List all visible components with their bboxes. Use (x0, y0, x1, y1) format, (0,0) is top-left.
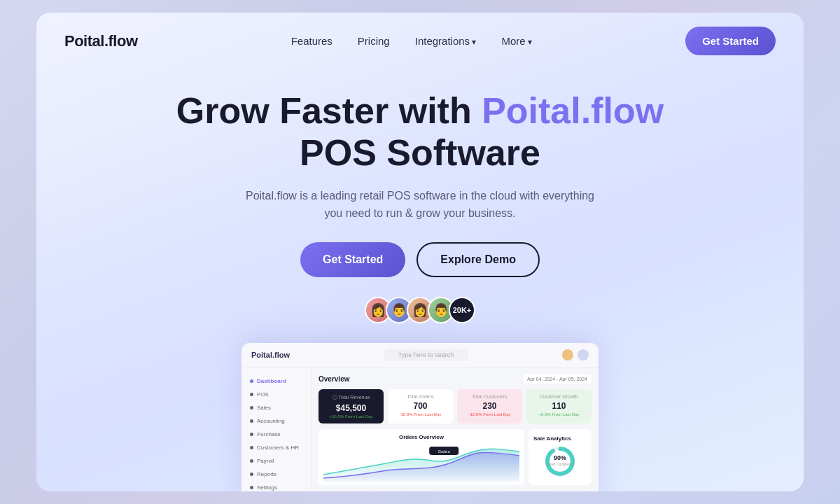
card-orders-value: 700 (393, 401, 448, 411)
sidebar-item-customers[interactable]: Customers & HR (241, 441, 311, 454)
sale-analytics-title: Sale Analytics (533, 435, 571, 442)
users-badge: 20K+ (449, 297, 475, 323)
overview-title: Overview (318, 375, 349, 383)
sidebar-item-pos[interactable]: POS (241, 388, 311, 401)
dash-body: Dashboard POS Sales Accounting (241, 368, 598, 491)
sale-analytics-chart: Sale Analytics 90% Tasks Completed (528, 429, 592, 485)
card-customers-label: Total Customers (462, 394, 517, 399)
nav-item-more[interactable]: More (501, 35, 532, 48)
hero-buttons: Get Started Explore Demo (64, 242, 776, 277)
card-total-revenue: ⓘ Total Revenue $45,500 +16.5% From Last… (318, 389, 384, 424)
dash-cards-row: ⓘ Total Revenue $45,500 +16.5% From Last… (318, 389, 592, 424)
dash-header-row: Overview Apr 04, 2024 - Apr 05, 2024 (318, 374, 592, 384)
dash-search[interactable]: Type here to search (384, 349, 468, 361)
donut-progress-circle (547, 449, 573, 474)
nav-item-pricing[interactable]: Pricing (358, 35, 390, 48)
sidebar-item-reports[interactable]: Reports (241, 468, 311, 481)
sidebar-label-payroll: Payroll (257, 458, 274, 464)
card-total-orders: Total Orders 700 -10.8% From Last Day (388, 389, 453, 424)
sidebar-item-accounting[interactable]: Accounting (241, 414, 311, 428)
card-revenue-change: +16.5% From Last Day (323, 414, 379, 419)
sidebar-dot-customers (250, 446, 253, 449)
card-growth-change: +0.5% From Last Day (531, 412, 587, 416)
main-card: Poital.flow Features Pricing Integration… (36, 13, 804, 491)
hero-subtitle: Poital.flow is a leading retail POS soft… (238, 187, 602, 223)
card-customer-growth: Customer Growth 110 +0.5% From Last Day (526, 389, 592, 424)
nav-item-features[interactable]: Features (291, 35, 332, 48)
dash-main: Overview Apr 04, 2024 - Apr 05, 2024 ⓘ T… (312, 368, 598, 491)
dash-icons (562, 349, 589, 360)
sidebar-label-pos: POS (257, 391, 269, 398)
sidebar-item-settings[interactable]: Settings (241, 481, 311, 491)
nav-link-features[interactable]: Features (291, 35, 332, 47)
donut-value-text: 90% (554, 454, 566, 461)
sidebar-dot-sales (250, 406, 253, 410)
sidebar-item-dashboard[interactable]: Dashboard (241, 374, 311, 388)
dash-sidebar: Dashboard POS Sales Accounting (241, 368, 312, 491)
sidebar-label-customers: Customers & HR (257, 444, 299, 451)
sidebar-dot-dashboard (250, 379, 253, 383)
hero-section: Grow Faster with Poital.flow POS Softwar… (36, 69, 804, 491)
sidebar-label-sales: Sales (257, 405, 271, 411)
sidebar-dot-settings (250, 486, 253, 489)
nav-link-pricing[interactable]: Pricing (358, 35, 390, 47)
orders-chart-svg: Sales (323, 443, 519, 482)
sidebar-item-payroll[interactable]: Payroll (241, 454, 311, 468)
card-customers-value: 230 (462, 401, 517, 411)
page-wrapper: Poital.flow Features Pricing Integration… (0, 0, 840, 504)
sidebar-dot-payroll (250, 459, 253, 463)
orders-chart: Orders Overview (318, 429, 524, 485)
sidebar-label-reports: Reports (257, 471, 276, 477)
orders-chart-inner: Sales (323, 443, 519, 482)
card-growth-value: 110 (531, 401, 587, 411)
hero-explore-demo-button[interactable]: Explore Demo (416, 242, 540, 277)
sidebar-dot-pos (250, 393, 253, 396)
nav-cta-button[interactable]: Get Started (685, 27, 776, 55)
dash-icon-bell (562, 349, 573, 360)
navbar: Poital.flow Features Pricing Integration… (36, 13, 804, 69)
sidebar-label-dashboard: Dashboard (257, 378, 286, 384)
sidebar-label-settings: Settings (257, 484, 277, 491)
sidebar-item-purchase[interactable]: Purchase (241, 428, 311, 441)
sidebar-label-purchase: Purchase (257, 431, 281, 438)
dash-bottom-row: Orders Overview (318, 429, 592, 485)
nav-link-more[interactable]: More (501, 35, 532, 47)
card-revenue-value: $45,500 (323, 403, 379, 413)
sidebar-dot-accounting (250, 419, 253, 423)
date-range-badge: Apr 04, 2024 - Apr 05, 2024 (523, 374, 592, 384)
sidebar-item-sales[interactable]: Sales (241, 401, 311, 414)
card-orders-label: Total Orders (393, 394, 448, 399)
sidebar-dot-purchase (250, 433, 253, 436)
card-total-customers: Total Customers 230 -12.6% From Last Day (457, 389, 522, 424)
hero-title: Grow Faster with Poital.flow POS Softwar… (64, 90, 776, 174)
hero-get-started-button[interactable]: Get Started (300, 242, 405, 277)
sidebar-label-accounting: Accounting (257, 418, 285, 424)
chart-tooltip-text: Sales (438, 449, 450, 454)
nav-item-integrations[interactable]: Integrations (415, 35, 477, 48)
card-growth-label: Customer Growth (531, 394, 587, 399)
logo: Poital.flow (64, 32, 138, 50)
card-customers-change: -12.6% From Last Day (462, 412, 517, 416)
card-orders-change: -10.8% From Last Day (393, 412, 448, 416)
dash-logo: Poital.flow (251, 351, 290, 359)
nav-link-integrations[interactable]: Integrations (415, 35, 477, 47)
hero-title-part2: POS Software (300, 132, 540, 173)
avatars-row: 👩 👨 👩 👨 20K+ (64, 297, 776, 323)
hero-title-part1: Grow Faster with (176, 90, 482, 131)
donut-label-text: Tasks Completed (547, 462, 574, 466)
donut-svg: 90% Tasks Completed (543, 444, 577, 478)
nav-links: Features Pricing Integrations More (291, 35, 532, 48)
hero-title-brand: Poital.flow (482, 90, 664, 131)
dash-icon-user (578, 349, 589, 360)
dashboard-preview: Poital.flow Type here to search Dashboar… (241, 343, 598, 491)
orders-chart-title: Orders Overview (323, 434, 519, 440)
dash-topbar: Poital.flow Type here to search (241, 343, 598, 368)
sidebar-dot-reports (250, 472, 253, 476)
card-revenue-label: ⓘ Total Revenue (323, 394, 379, 401)
